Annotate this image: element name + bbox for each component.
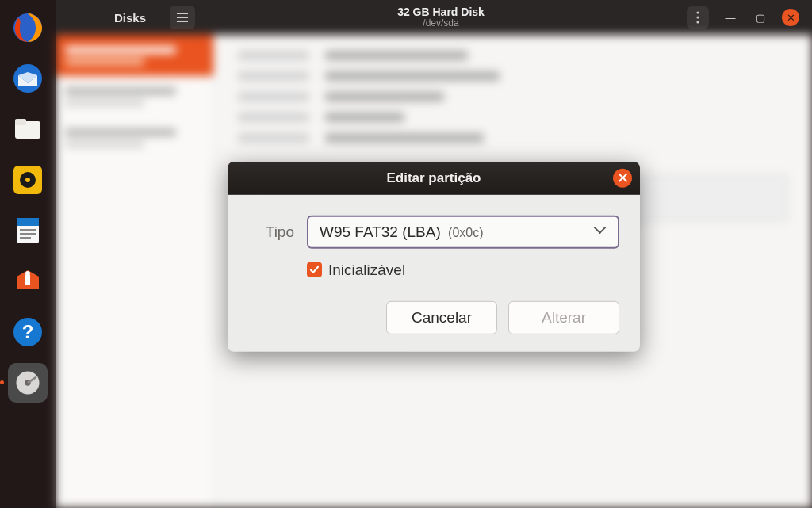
type-code: (0x0c) [448,225,483,239]
svg-rect-8 [17,218,39,226]
app-name: Disks [114,11,146,25]
dock-files[interactable] [8,109,48,149]
dialog-close-button[interactable] [613,168,632,187]
hamburger-button[interactable] [170,6,195,29]
edit-partition-dialog: Editar partição Tipo W95 FAT32 (LBA) (0x… [228,161,640,351]
svg-point-6 [25,178,30,182]
svg-rect-3 [15,119,26,125]
dock-disks[interactable] [8,363,48,403]
ubuntu-dock: ? [0,0,56,508]
cancel-button[interactable]: Cancelar [386,300,497,334]
dialog-titlebar: Editar partição [228,161,640,194]
type-select[interactable]: W95 FAT32 (LBA) (0x0c) [307,215,619,248]
apply-button[interactable]: Alterar [508,300,619,334]
type-value: W95 FAT32 (LBA) [320,223,441,239]
svg-point-13 [25,271,30,276]
chevron-down-icon [596,226,607,237]
svg-point-18 [696,11,699,13]
window-close-button[interactable]: ✕ [782,9,799,26]
dock-thunderbird[interactable] [8,59,48,98]
dock-software[interactable] [8,262,48,301]
svg-point-20 [696,21,699,23]
dock-rhythmbox[interactable] [8,160,48,200]
title-main: 32 GB Hard Disk [397,6,485,18]
dock-firefox[interactable] [8,8,48,48]
dock-help[interactable]: ? [8,312,48,352]
type-label: Tipo [248,223,294,240]
svg-rect-11 [20,237,31,239]
modal-overlay: Editar partição Tipo W95 FAT32 (LBA) (0x… [56,35,812,508]
titlebar: Disks 32 GB Hard Disk /dev/sda — ▢ ✕ [56,0,812,35]
window-title: 32 GB Hard Disk /dev/sda [203,6,679,29]
dock-writer[interactable] [8,211,48,250]
svg-rect-12 [25,275,30,285]
svg-rect-9 [20,229,36,231]
maximize-button[interactable]: ▢ [752,9,769,26]
bootable-label: Inicializável [328,261,405,278]
bootable-checkbox[interactable] [307,262,322,277]
dialog-title: Editar partição [386,170,481,185]
kebab-button[interactable] [687,6,709,29]
title-sub: /dev/sda [423,18,458,29]
minimize-button[interactable]: — [722,9,739,26]
svg-rect-10 [20,233,36,235]
svg-point-19 [696,16,699,18]
svg-text:?: ? [22,321,34,342]
